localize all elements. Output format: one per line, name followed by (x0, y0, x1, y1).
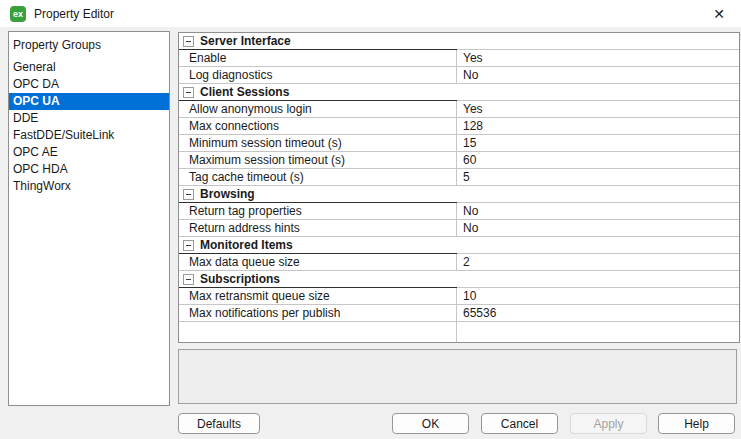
property-value-cell[interactable]: Yes (457, 50, 739, 67)
property-value-cell[interactable]: 5 (457, 169, 739, 186)
property-row-return-tag-properties[interactable]: Return tag propertiesNo (179, 203, 739, 220)
property-value-cell[interactable]: 2 (457, 254, 739, 271)
cancel-button[interactable]: Cancel (481, 413, 558, 434)
help-button[interactable]: Help (658, 413, 735, 434)
property-row-max-data-queue-size[interactable]: Max data queue size2 (179, 254, 739, 271)
property-value-cell[interactable]: 128 (457, 118, 739, 135)
category-row-filler (457, 186, 739, 203)
property-name-cell: Return address hints (179, 220, 457, 237)
property-value-cell[interactable]: 60 (457, 152, 739, 169)
category-row-filler (457, 237, 739, 254)
property-row-return-address-hints[interactable]: Return address hintsNo (179, 220, 739, 237)
category-label: Server Interface (200, 34, 291, 48)
category-label: Browsing (200, 187, 255, 201)
property-name-cell: Tag cache timeout (s) (179, 169, 457, 186)
category-name-cell: Subscriptions (179, 271, 457, 288)
close-button[interactable]: ✕ (703, 0, 735, 27)
close-icon: ✕ (713, 7, 725, 21)
property-value-cell[interactable]: No (457, 220, 739, 237)
property-name-cell (179, 322, 457, 342)
ok-button[interactable]: OK (392, 413, 469, 434)
property-row-max-connections[interactable]: Max connections128 (179, 118, 739, 135)
property-name-cell: Max data queue size (179, 254, 457, 271)
property-row-minimum-session-timeout-s[interactable]: Minimum session timeout (s)15 (179, 135, 739, 152)
description-panel (178, 349, 737, 404)
property-value-cell[interactable]: 15 (457, 135, 739, 152)
sidebar-item-opc-hda[interactable]: OPC HDA (9, 161, 169, 178)
category-row-server-interface[interactable]: Server Interface (179, 33, 739, 50)
property-name-cell: Max connections (179, 118, 457, 135)
property-name-cell: Allow anonymous login (179, 101, 457, 118)
sidebar-item-opc-da[interactable]: OPC DA (9, 76, 169, 93)
property-row-tag-cache-timeout-s[interactable]: Tag cache timeout (s)5 (179, 169, 739, 186)
sidebar-item-dde[interactable]: DDE (9, 110, 169, 127)
property-groups-list: GeneralOPC DAOPC UADDEFastDDE/SuiteLinkO… (9, 59, 169, 195)
property-groups-panel: Property Groups GeneralOPC DAOPC UADDEFa… (8, 31, 170, 406)
property-value-cell (457, 322, 739, 342)
category-name-cell: Client Sessions (179, 84, 457, 101)
property-row-log-diagnostics[interactable]: Log diagnosticsNo (179, 67, 739, 84)
category-row-monitored-items[interactable]: Monitored Items (179, 237, 739, 254)
property-row-enable[interactable]: EnableYes (179, 50, 739, 67)
property-name-cell: Maximum session timeout (s) (179, 152, 457, 169)
empty-row (179, 322, 739, 342)
property-value-cell[interactable]: No (457, 67, 739, 84)
title-bar: ex Property Editor ✕ (0, 0, 741, 27)
property-value-cell[interactable]: 65536 (457, 305, 739, 322)
sidebar-item-opc-ae[interactable]: OPC AE (9, 144, 169, 161)
property-value-cell[interactable]: No (457, 203, 739, 220)
category-row-client-sessions[interactable]: Client Sessions (179, 84, 739, 101)
property-name-cell: Max retransmit queue size (179, 288, 457, 305)
category-row-filler (457, 84, 739, 101)
property-row-max-notifications-per-publish[interactable]: Max notifications per publish65536 (179, 305, 739, 322)
category-row-filler (457, 33, 739, 50)
collapse-minus-icon[interactable] (183, 274, 194, 285)
category-name-cell: Browsing (179, 186, 457, 203)
collapse-minus-icon[interactable] (183, 36, 194, 47)
category-name-cell: Monitored Items (179, 237, 457, 254)
category-row-subscriptions[interactable]: Subscriptions (179, 271, 739, 288)
property-name-cell: Max notifications per publish (179, 305, 457, 322)
app-logo-icon: ex (10, 6, 26, 22)
collapse-minus-icon[interactable] (183, 87, 194, 98)
property-name-cell: Enable (179, 50, 457, 67)
property-name-cell: Return tag properties (179, 203, 457, 220)
category-label: Client Sessions (200, 85, 289, 99)
property-row-max-retransmit-queue-size[interactable]: Max retransmit queue size10 (179, 288, 739, 305)
category-label: Monitored Items (200, 238, 293, 252)
property-row-maximum-session-timeout-s[interactable]: Maximum session timeout (s)60 (179, 152, 739, 169)
window-title: Property Editor (34, 7, 114, 21)
property-grid-rows: Server InterfaceEnableYesLog diagnostics… (179, 33, 739, 342)
collapse-minus-icon[interactable] (183, 240, 194, 251)
defaults-button[interactable]: Defaults (178, 413, 260, 434)
category-label: Subscriptions (200, 272, 280, 286)
property-name-cell: Minimum session timeout (s) (179, 135, 457, 152)
category-row-browsing[interactable]: Browsing (179, 186, 739, 203)
property-groups-header: Property Groups (9, 32, 169, 59)
category-name-cell: Server Interface (179, 33, 457, 50)
property-value-cell[interactable]: Yes (457, 101, 739, 118)
sidebar-item-fastdde-suitelink[interactable]: FastDDE/SuiteLink (9, 127, 169, 144)
property-value-cell[interactable]: 10 (457, 288, 739, 305)
apply-button: Apply (570, 413, 647, 434)
property-row-allow-anonymous-login[interactable]: Allow anonymous loginYes (179, 101, 739, 118)
collapse-minus-icon[interactable] (183, 189, 194, 200)
property-grid: Server InterfaceEnableYesLog diagnostics… (178, 32, 740, 343)
property-name-cell: Log diagnostics (179, 67, 457, 84)
category-row-filler (457, 271, 739, 288)
sidebar-item-general[interactable]: General (9, 59, 169, 76)
sidebar-item-opc-ua[interactable]: OPC UA (9, 93, 169, 110)
sidebar-item-thingworx[interactable]: ThingWorx (9, 178, 169, 195)
